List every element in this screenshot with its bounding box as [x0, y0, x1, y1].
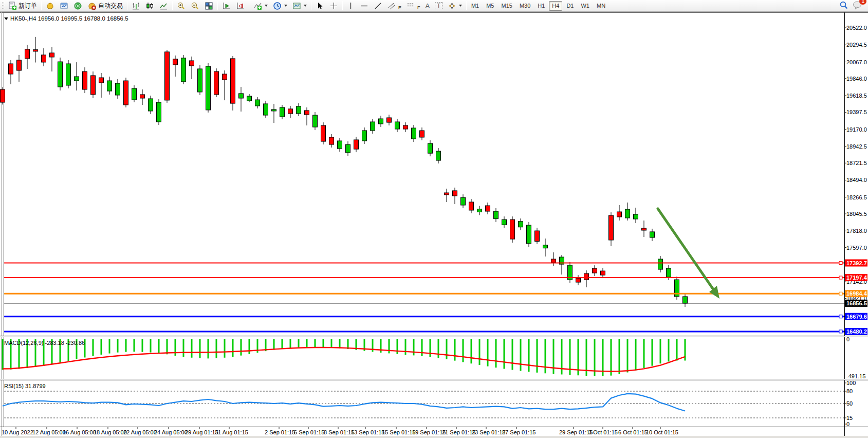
- chart-title: HK50-,H4 16956.0 16995.5 16788.0 16856.5: [10, 15, 128, 22]
- tile-windows-button[interactable]: [202, 1, 216, 11]
- zoom-in-button[interactable]: [174, 1, 188, 11]
- line-handle[interactable]: [839, 262, 842, 265]
- timeframe-button-M5[interactable]: M5: [483, 1, 497, 11]
- crosshair-tool-button[interactable]: [327, 1, 341, 11]
- strategy-signal-button[interactable]: [71, 1, 85, 11]
- arrows-tool-button[interactable]: [445, 1, 465, 11]
- candle: [593, 268, 597, 273]
- time-axis-label: 15 Sep 01:15: [382, 429, 415, 435]
- cursor-arrow-icon: [316, 2, 324, 10]
- market-watch-button[interactable]: [43, 1, 57, 11]
- text-label-tool-button[interactable]: T: [432, 1, 445, 11]
- data-window-button[interactable]: [57, 1, 71, 11]
- bar-chart-mode-button[interactable]: [129, 1, 143, 11]
- candle: [247, 96, 252, 101]
- auto-scroll-button[interactable]: [219, 1, 233, 11]
- candle: [288, 109, 293, 114]
- fibo-letter: F: [417, 5, 420, 10]
- candle: [453, 191, 457, 196]
- line-handle[interactable]: [839, 276, 842, 279]
- candle: [190, 61, 194, 66]
- timeframe-button-M15[interactable]: M15: [498, 1, 515, 11]
- candle: [25, 49, 30, 59]
- zoom-out-button[interactable]: [188, 1, 202, 11]
- candle: [667, 268, 671, 277]
- price-line-label: 16984.4: [846, 290, 867, 297]
- candle: [255, 100, 260, 106]
- arrows-icon: [448, 2, 456, 10]
- chart-collapse-arrow-icon[interactable]: [4, 17, 8, 20]
- candle: [33, 50, 38, 51]
- timeframe-button-H4[interactable]: H4: [549, 1, 562, 11]
- vertical-line-tool-button[interactable]: [344, 1, 357, 11]
- templates-dropdown-arrow-icon[interactable]: [304, 5, 307, 7]
- fibonacci-icon: [407, 2, 416, 10]
- auto-trading-button[interactable]: 自动交易: [85, 1, 125, 11]
- line-handle[interactable]: [839, 315, 842, 318]
- candle: [305, 111, 309, 115]
- horizontal-line-tool-button[interactable]: [357, 1, 371, 11]
- candle: [551, 259, 556, 263]
- indicators-button[interactable]: [251, 1, 270, 11]
- timeframe-button-M30[interactable]: M30: [516, 1, 533, 11]
- candle: [149, 99, 153, 111]
- toolbar-right-group: 1: [839, 1, 868, 11]
- rsi-axis-label: 15: [846, 415, 853, 421]
- candlestick-mode-button[interactable]: [143, 1, 157, 11]
- timeframe-button-MN[interactable]: MN: [594, 1, 608, 11]
- timeframe-button-H1[interactable]: H1: [534, 1, 548, 11]
- candle: [124, 81, 128, 105]
- templates-button[interactable]: [290, 1, 309, 11]
- clock-icon: [273, 2, 282, 10]
- candle: [280, 107, 285, 117]
- candle: [9, 64, 13, 74]
- toolbar-separator: [127, 1, 127, 10]
- candle: [198, 69, 202, 92]
- time-axis-label: 19 Sep 01:15: [412, 429, 446, 435]
- timeframe-button-W1[interactable]: W1: [578, 1, 593, 11]
- zoom-out-icon: [191, 2, 199, 10]
- rsi-indicator-label: RSI(15) 31.8799: [4, 383, 46, 389]
- candle: [379, 119, 383, 124]
- candle: [181, 58, 186, 82]
- candle: [469, 202, 474, 210]
- text-tool-icon: A: [426, 2, 430, 10]
- price-line-label: 17392.7: [846, 260, 867, 266]
- line-handle[interactable]: [839, 292, 842, 295]
- time-axis-label: 27 Sep 01:15: [502, 429, 535, 435]
- time-axis-label: 2 Sep 01:15: [265, 429, 295, 435]
- chart-shift-button[interactable]: [233, 1, 247, 11]
- zoom-in-icon: [177, 2, 186, 10]
- candle: [658, 259, 663, 269]
- text-tool-button[interactable]: A: [423, 1, 433, 11]
- candle: [214, 71, 219, 95]
- trendline-tool-button[interactable]: [371, 1, 385, 11]
- new-order-icon: [8, 2, 17, 10]
- channel-tool-button[interactable]: E: [385, 1, 404, 11]
- price-axis-label: 19846.0: [846, 76, 867, 82]
- time-axis-label: 12 Aug 05:00: [32, 429, 66, 435]
- trading-terminal: 新订单 自动交易: [0, 0, 868, 440]
- candle: [223, 74, 227, 80]
- candle: [272, 109, 276, 111]
- search-icon[interactable]: [839, 1, 848, 11]
- cursor-tool-button[interactable]: [313, 1, 327, 11]
- candle: [395, 122, 400, 129]
- candle: [412, 128, 416, 139]
- new-order-button[interactable]: 新订单: [6, 1, 40, 11]
- candle: [494, 211, 498, 219]
- timeframe-button-D1[interactable]: D1: [563, 1, 577, 11]
- fibonacci-tool-button[interactable]: F: [404, 1, 423, 11]
- chart-canvas[interactable]: 0-491.15100805015020522.020294.520067.01…: [0, 12, 868, 438]
- line-handle[interactable]: [839, 330, 842, 333]
- candle: [617, 212, 622, 217]
- line-chart-mode-button[interactable]: [157, 1, 171, 11]
- periods-dropdown-arrow-icon[interactable]: [284, 5, 287, 7]
- arrows-dropdown-arrow-icon[interactable]: [459, 5, 462, 7]
- notifications-button[interactable]: 1: [853, 1, 863, 11]
- candle: [313, 115, 318, 127]
- toolbar-grip[interactable]: [2, 2, 4, 10]
- indicators-dropdown-arrow-icon[interactable]: [265, 5, 268, 7]
- timeframe-button-M1[interactable]: M1: [468, 1, 482, 11]
- periods-button[interactable]: [270, 1, 290, 11]
